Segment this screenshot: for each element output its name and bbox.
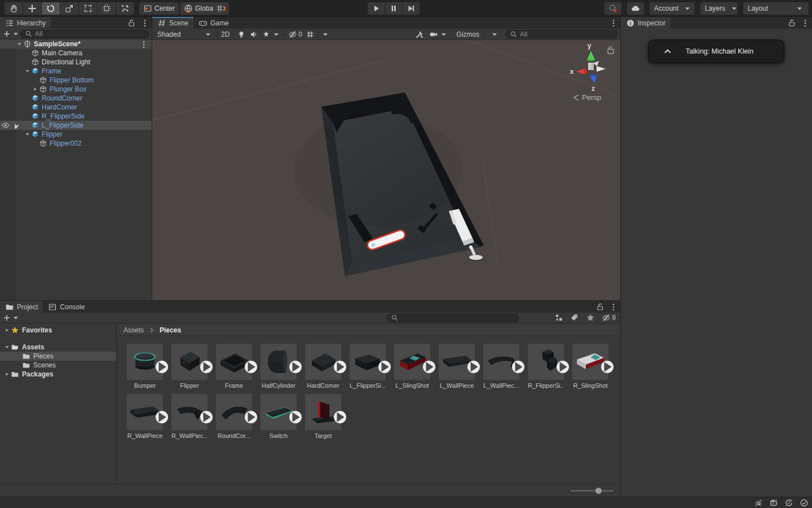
- transform-tool-button[interactable]: [98, 2, 116, 15]
- hierarchy-item-flipper[interactable]: Flipper: [0, 130, 152, 139]
- grid-snap-button[interactable]: [213, 2, 229, 15]
- expander-open-icon[interactable]: [3, 343, 11, 352]
- asset-switch[interactable]: Switch: [261, 394, 297, 439]
- create-asset-button[interactable]: [2, 313, 11, 322]
- asset-thumbnail[interactable]: [261, 344, 297, 380]
- slider-thumb[interactable]: [595, 488, 602, 494]
- prefab-expand-arrow-icon[interactable]: [245, 361, 257, 373]
- scene-lighting-button[interactable]: [235, 30, 248, 39]
- expander-closed-icon[interactable]: [3, 370, 11, 379]
- prefab-expand-arrow-icon[interactable]: [557, 361, 569, 373]
- asset-thumbnail[interactable]: [350, 344, 386, 380]
- favorites-filter-icon[interactable]: [586, 313, 595, 322]
- search-by-label-icon[interactable]: [570, 313, 579, 322]
- talking-notification[interactable]: Talking: Michael Klein: [648, 40, 784, 63]
- lock-icon[interactable]: [127, 19, 136, 28]
- rect-tool-button[interactable]: [79, 2, 97, 15]
- layout-dropdown[interactable]: Layout: [743, 2, 809, 15]
- play-button[interactable]: [368, 2, 385, 15]
- create-asset-caret-icon[interactable]: [11, 313, 20, 322]
- expander-open-icon[interactable]: [24, 130, 31, 139]
- expander-closed-icon[interactable]: [3, 326, 11, 335]
- prefab-expand-arrow-icon[interactable]: [289, 361, 302, 373]
- tab-game[interactable]: Game: [193, 17, 234, 29]
- folder-item-assets[interactable]: Assets: [0, 343, 116, 352]
- hierarchy-item-l-flipperside[interactable]: L_FlipperSide: [0, 121, 152, 130]
- asset-thumbnail[interactable]: [305, 394, 341, 430]
- prefab-expand-arrow-icon[interactable]: [467, 361, 480, 373]
- hierarchy-item-directional-light[interactable]: Directional Light: [0, 58, 152, 67]
- prefab-expand-arrow-icon[interactable]: [378, 361, 391, 373]
- asset-hardcorner[interactable]: HardCorner: [305, 344, 341, 389]
- folder-item-favorites[interactable]: Favorites: [0, 326, 116, 335]
- asset-thumbnail[interactable]: [171, 394, 208, 430]
- asset-thumbnail[interactable]: [216, 394, 252, 430]
- prefab-expand-arrow-icon[interactable]: [156, 411, 168, 423]
- tab-inspector[interactable]: Inspector: [621, 17, 670, 29]
- step-button[interactable]: [403, 2, 420, 15]
- scene-visibility-button[interactable]: 0: [286, 30, 304, 39]
- thumbnail-size-slider[interactable]: [571, 490, 614, 492]
- expander-closed-icon[interactable]: [32, 85, 39, 94]
- scale-tool-button[interactable]: [60, 2, 78, 15]
- check-circle-icon[interactable]: [800, 498, 809, 507]
- hidden-packages-toggle[interactable]: 9: [602, 313, 616, 322]
- tab-hierarchy[interactable]: Hierarchy: [0, 17, 51, 29]
- asset-thumbnail[interactable]: [305, 344, 341, 380]
- hierarchy-item-flipper002[interactable]: Flipper002: [0, 139, 152, 148]
- chevron-down-icon[interactable]: [321, 30, 330, 39]
- hierarchy-search-input[interactable]: All: [20, 30, 149, 38]
- asset-l-wallpiece[interactable]: L_WallPiece: [439, 344, 475, 389]
- create-object-caret-icon[interactable]: [11, 29, 20, 38]
- asset-flipper[interactable]: Flipper: [171, 344, 208, 389]
- panel-menu-icon[interactable]: [801, 19, 810, 28]
- hierarchy-item-r-flipperside[interactable]: R_FlipperSide: [0, 112, 152, 121]
- prefab-expand-arrow-icon[interactable]: [601, 361, 614, 373]
- asset-thumbnail[interactable]: [483, 344, 519, 380]
- panel-menu-icon[interactable]: [609, 19, 618, 28]
- folder-item-pieces[interactable]: Pieces: [0, 352, 116, 361]
- cloud-services-button[interactable]: [627, 2, 644, 15]
- rotate-tool-button[interactable]: [42, 2, 60, 15]
- prefab-expand-arrow-icon[interactable]: [156, 361, 168, 373]
- breadcrumb-assets[interactable]: Assets: [123, 326, 144, 334]
- cache-slash-icon[interactable]: [769, 498, 778, 507]
- asset-r-slingshot[interactable]: R_SlingShot: [572, 344, 608, 389]
- asset-thumbnail[interactable]: [528, 344, 564, 380]
- refresh-slash-icon[interactable]: [784, 498, 793, 507]
- pickability-icon[interactable]: [11, 121, 20, 130]
- scene-tools-icon[interactable]: [415, 30, 424, 39]
- asset-l-flippersi-[interactable]: L_FlipperSi...: [350, 344, 386, 389]
- asset-thumbnail[interactable]: [127, 394, 163, 430]
- prefab-expand-arrow-icon[interactable]: [423, 361, 435, 373]
- collab-button[interactable]: [604, 2, 621, 15]
- grid-visibility-button[interactable]: [304, 30, 332, 39]
- expander-open-icon[interactable]: [16, 40, 23, 49]
- search-by-type-icon[interactable]: [554, 313, 563, 322]
- asset-l-slingshot[interactable]: L_SlingShot: [394, 344, 430, 389]
- tab-project[interactable]: Project: [0, 301, 43, 313]
- panel-menu-icon[interactable]: [609, 303, 618, 312]
- asset-thumbnail[interactable]: [572, 344, 608, 380]
- prefab-expand-arrow-icon[interactable]: [334, 411, 346, 423]
- scene-menu-icon[interactable]: [139, 40, 148, 49]
- asset-r-flippersi-[interactable]: R_FlipperSi...: [528, 344, 564, 389]
- create-object-button[interactable]: [2, 29, 11, 38]
- hand-tool-button[interactable]: [5, 2, 23, 15]
- hierarchy-item-samplescene-[interactable]: SampleScene*: [0, 40, 152, 49]
- chevron-down-icon[interactable]: [272, 30, 281, 39]
- prefab-expand-arrow-icon[interactable]: [200, 411, 213, 423]
- asset-target[interactable]: Target: [305, 394, 341, 439]
- scene-viewport[interactable]: y x z Persp: [152, 40, 620, 300]
- visibility-eye-icon[interactable]: [1, 121, 10, 130]
- asset-thumbnail[interactable]: [216, 344, 252, 380]
- folder-item-packages[interactable]: Packages: [0, 370, 116, 379]
- account-dropdown[interactable]: Account: [650, 2, 695, 15]
- lock-icon[interactable]: [595, 303, 604, 312]
- asset-thumbnail[interactable]: [127, 344, 163, 380]
- expander-open-icon[interactable]: [24, 67, 31, 76]
- hierarchy-item-hardcorner[interactable]: HardCorner: [0, 103, 152, 112]
- asset-thumbnail[interactable]: [439, 344, 475, 380]
- hierarchy-item-frame[interactable]: Frame: [0, 67, 152, 76]
- tab-console[interactable]: Console: [43, 301, 90, 313]
